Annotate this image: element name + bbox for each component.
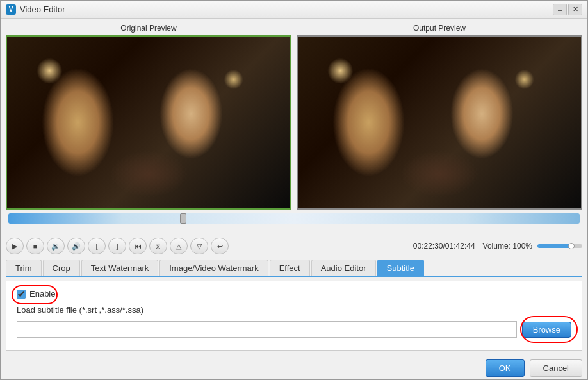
output-video-display bbox=[297, 35, 582, 210]
preview-section: Original Preview Output Preview bbox=[6, 24, 582, 210]
app-icon: V bbox=[6, 4, 16, 15]
rotate-button[interactable]: ▽ bbox=[190, 238, 208, 254]
enable-checkbox[interactable] bbox=[17, 290, 26, 299]
tab-audio-editor[interactable]: Audio Editor bbox=[311, 260, 376, 276]
tab-text-watermark[interactable]: Text Watermark bbox=[81, 260, 159, 276]
volume-thumb[interactable] bbox=[568, 243, 575, 249]
subtitle-tab-content: Enable Load subtitle file (*.srt ,*.ass/… bbox=[6, 281, 582, 351]
skip-to-start-button[interactable]: ⏮ bbox=[129, 238, 147, 254]
mark-out-button[interactable]: ] bbox=[108, 238, 126, 254]
time-display: 00:22:30/01:42:44 bbox=[413, 242, 475, 251]
timeline-thumb[interactable] bbox=[180, 213, 186, 224]
volume-label: Volume: 100% bbox=[483, 242, 532, 251]
tab-image-video-watermark[interactable]: Image/Video Watermark bbox=[159, 260, 268, 276]
timeline-area bbox=[6, 213, 582, 233]
crop-tool-button[interactable]: △ bbox=[170, 238, 188, 254]
minimize-button[interactable]: – bbox=[553, 4, 567, 15]
original-video-bg bbox=[7, 37, 290, 208]
timeline-track[interactable] bbox=[8, 213, 580, 224]
window-title: Video Editor bbox=[20, 4, 553, 14]
enable-row: Enable bbox=[17, 289, 571, 299]
volume-down-button[interactable]: 🔉 bbox=[47, 238, 65, 254]
content-area: Original Preview Output Preview ▶ ■ 🔉 bbox=[1, 19, 587, 356]
stop-button[interactable]: ■ bbox=[26, 238, 44, 254]
bottom-bar: OK Cancel bbox=[1, 356, 587, 379]
browse-row: Browse bbox=[17, 321, 571, 338]
volume-up-button[interactable]: 🔊 bbox=[67, 238, 85, 254]
original-preview-pane: Original Preview bbox=[6, 24, 291, 210]
original-preview-label: Original Preview bbox=[120, 24, 176, 33]
title-bar: V Video Editor – ✕ bbox=[1, 1, 587, 19]
undo-button[interactable]: ↩ bbox=[211, 238, 229, 254]
window-controls: – ✕ bbox=[553, 4, 582, 15]
browse-button[interactable]: Browse bbox=[522, 322, 571, 338]
tab-effect[interactable]: Effect bbox=[270, 260, 310, 276]
play-button[interactable]: ▶ bbox=[6, 238, 24, 254]
split-button[interactable]: ⧖ bbox=[149, 238, 167, 254]
volume-slider[interactable] bbox=[537, 244, 582, 248]
close-button[interactable]: ✕ bbox=[568, 4, 582, 15]
output-preview-label: Output Preview bbox=[413, 24, 466, 33]
tab-subtitle[interactable]: Subtitle bbox=[377, 260, 424, 276]
tab-trim[interactable]: Trim bbox=[6, 260, 42, 276]
tab-crop[interactable]: Crop bbox=[43, 260, 80, 276]
controls-area: ▶ ■ 🔉 🔊 [ ] ⏮ ⧖ △ ▽ ↩ 00:22:30/01:42:44 … bbox=[6, 236, 582, 256]
output-preview-pane: Output Preview bbox=[297, 24, 582, 210]
cancel-button[interactable]: Cancel bbox=[530, 359, 582, 377]
mark-in-button[interactable]: [ bbox=[88, 238, 106, 254]
output-video-bg bbox=[298, 37, 581, 208]
load-subtitle-label: Load subtitle file (*.srt ,*.ass/*.ssa) bbox=[17, 305, 571, 315]
tabs-bar: Trim Crop Text Watermark Image/Video Wat… bbox=[6, 260, 582, 277]
video-editor-window: V Video Editor – ✕ Original Preview Outp… bbox=[0, 0, 588, 380]
ok-button[interactable]: OK bbox=[486, 359, 525, 377]
enable-label: Enable bbox=[29, 289, 55, 299]
subtitle-file-input[interactable] bbox=[17, 321, 517, 338]
original-video-display bbox=[6, 35, 291, 210]
